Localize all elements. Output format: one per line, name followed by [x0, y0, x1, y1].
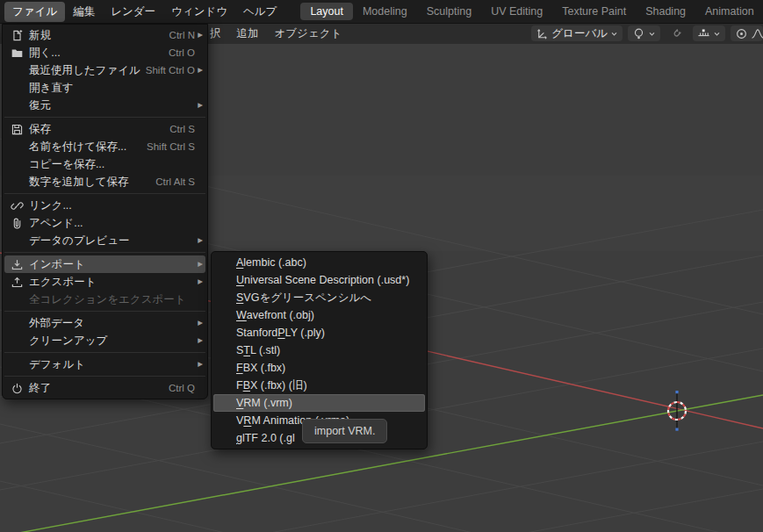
- menubar-item-編集[interactable]: 編集: [65, 2, 103, 22]
- file-menu-item[interactable]: コピーを保存...: [4, 155, 205, 173]
- menu-item-label: 数字を追加して保存: [29, 175, 155, 190]
- file-menu-item[interactable]: 開き直す: [4, 79, 205, 97]
- menu-item-shortcut: Ctrl Alt S: [155, 176, 195, 187]
- submenu-arrow-icon: ▶: [195, 332, 203, 349]
- submenu-item-label: V: [236, 397, 243, 409]
- menubar-item-ファイル[interactable]: ファイル: [4, 2, 65, 22]
- import-submenu-item[interactable]: Alembic (.abc): [213, 254, 425, 271]
- submenu-arrow-icon: ▶: [195, 255, 203, 273]
- menu-item-shortcut: Ctrl Q: [169, 383, 195, 393]
- file-new-icon: [8, 29, 26, 42]
- menubar-item-レンダー[interactable]: レンダー: [103, 2, 163, 22]
- menu-item-label: 復元: [29, 98, 195, 113]
- snap-magnet-icon: [670, 27, 683, 40]
- menu-item-label: 名前を付けて保存...: [29, 140, 147, 155]
- viewport-menu-追加[interactable]: 追加: [229, 24, 267, 44]
- file-menu-item[interactable]: 開く...Ctrl O: [4, 44, 205, 61]
- menu-item-label: クリーンアップ: [29, 334, 195, 349]
- submenu-item-label: lTF 2.0 (.gl: [242, 432, 295, 444]
- file-menu-item[interactable]: クリーンアップ▶: [4, 332, 205, 349]
- file-menu-dropdown: 新規Ctrl N▶開く...Ctrl O最近使用したファイルShift Ctrl…: [2, 24, 208, 399]
- submenu-item-label: V: [236, 414, 243, 427]
- menu-separator: [4, 376, 205, 377]
- submenu-item-label: B: [243, 379, 250, 392]
- orientation-label: グローバル: [551, 26, 608, 41]
- workspace-tab-shading[interactable]: Shading: [636, 3, 695, 20]
- menu-item-label: データのプレビュー: [29, 234, 195, 248]
- submenu-item-label: W: [236, 309, 247, 321]
- submenu-arrow-icon: ▶: [195, 97, 203, 114]
- submenu-item-label: A: [236, 256, 243, 269]
- submenu-item-label: RM (.vrm): [243, 397, 292, 409]
- submenu-item-label: LY (.ply): [285, 327, 325, 339]
- import-submenu-item[interactable]: FBX (.fbx) (旧): [213, 377, 425, 394]
- menu-item-shortcut: Ctrl N: [169, 30, 195, 40]
- menu-item-label: エクスポート: [29, 275, 195, 290]
- workspace-tab-layout[interactable]: Layout: [300, 3, 353, 20]
- import-submenu-item[interactable]: Wavefront (.obj): [213, 306, 425, 324]
- file-menu-item[interactable]: エクスポート▶: [4, 273, 205, 291]
- file-menu-item[interactable]: 終了Ctrl Q: [4, 379, 205, 397]
- transform-orientation-dropdown[interactable]: グローバル: [531, 25, 623, 41]
- falloff-curve-icon: [751, 27, 763, 40]
- menu-item-label: 開く...: [29, 46, 169, 61]
- menu-item-label: 新規: [29, 28, 169, 43]
- import-submenu-item[interactable]: SVGをグリースペンシルへ: [213, 289, 425, 306]
- import-icon: [8, 258, 26, 271]
- menu-item-label: 終了: [29, 381, 169, 396]
- menu-separator: [4, 117, 205, 118]
- chevron-down-icon: [648, 30, 656, 38]
- 3d-cursor[interactable]: [668, 391, 686, 431]
- file-menu-item[interactable]: 最近使用したファイルShift Ctrl O▶: [4, 61, 205, 79]
- submenu-arrow-icon: ▶: [195, 273, 203, 291]
- submenu-item-label: T: [243, 344, 250, 356]
- save-icon: [8, 123, 26, 136]
- file-menu-item[interactable]: 数字を追加して保存Ctrl Alt S: [4, 173, 205, 191]
- menu-separator: [4, 352, 205, 353]
- chevron-down-icon: [713, 30, 721, 38]
- workspace-tab-uv-editing[interactable]: UV Editing: [481, 3, 552, 20]
- file-menu-item[interactable]: リンク...: [4, 197, 205, 214]
- file-menu-item[interactable]: デフォルト▶: [4, 356, 205, 373]
- workspace-tab-animation[interactable]: Animation: [695, 3, 763, 20]
- menubar-item-ヘルプ[interactable]: ヘルプ: [235, 2, 284, 22]
- viewport-menu-オブジェクト[interactable]: オブジェクト: [267, 24, 350, 44]
- import-submenu-item[interactable]: Stanford PLY (.ply): [213, 324, 425, 341]
- workspace-tab-modeling[interactable]: Modeling: [353, 3, 417, 20]
- file-menu-item[interactable]: データのプレビュー▶: [4, 232, 205, 249]
- proportional-editing-group[interactable]: [731, 25, 763, 41]
- link-icon: [8, 199, 26, 212]
- menu-item-label: リンク...: [29, 198, 195, 213]
- tooltip: import VRM.: [302, 419, 387, 443]
- file-menu-item[interactable]: インポート▶: [4, 255, 205, 273]
- submenu-item-label: X (.fbx) (旧): [250, 378, 307, 393]
- submenu-item-label: lembic (.abc): [243, 256, 306, 269]
- import-submenu-item[interactable]: VRM (.vrm): [213, 394, 425, 412]
- menu-item-label: コピーを保存...: [29, 157, 195, 172]
- submenu-arrow-icon: ▶: [195, 61, 203, 79]
- snap-toggle-button[interactable]: [666, 25, 687, 41]
- import-submenu-item[interactable]: Universal Scene Description (.usd*): [213, 271, 425, 289]
- export-icon: [8, 276, 26, 289]
- file-menu-item[interactable]: 保存Ctrl S: [4, 120, 205, 138]
- import-submenu-item[interactable]: STL (.stl): [213, 341, 425, 359]
- menu-item-label: 開き直す: [29, 81, 195, 96]
- workspace-tab-texture-paint[interactable]: Texture Paint: [552, 3, 636, 20]
- submenu-item-label: niversal Scene Description (.usd*): [244, 274, 409, 286]
- file-menu-item[interactable]: 名前を付けて保存...Shift Ctrl S: [4, 138, 205, 155]
- pivot-point-dropdown[interactable]: [628, 25, 660, 41]
- menu-item-label: 全コレクションをエクスポート: [29, 292, 195, 307]
- import-submenu-item[interactable]: FBX (.fbx): [213, 359, 425, 377]
- workspace-tab-sculpting[interactable]: Sculpting: [417, 3, 481, 20]
- pivot-point-icon: [632, 27, 645, 40]
- menubar-item-ウィンドウ[interactable]: ウィンドウ: [163, 2, 235, 22]
- submenu-item-label: VGをグリースペンシルへ: [243, 291, 371, 306]
- file-menu-item[interactable]: 新規Ctrl N▶: [4, 26, 205, 44]
- file-menu-item[interactable]: 復元▶: [4, 97, 205, 114]
- transform-orientation-icon: [536, 27, 549, 40]
- submenu-item-label: S: [236, 291, 243, 304]
- snap-target-dropdown[interactable]: [693, 25, 725, 41]
- file-menu-item[interactable]: 全コレクションをエクスポート: [4, 291, 205, 308]
- file-menu-item[interactable]: 外部データ▶: [4, 314, 205, 332]
- file-menu-item[interactable]: アペンド...: [4, 214, 205, 232]
